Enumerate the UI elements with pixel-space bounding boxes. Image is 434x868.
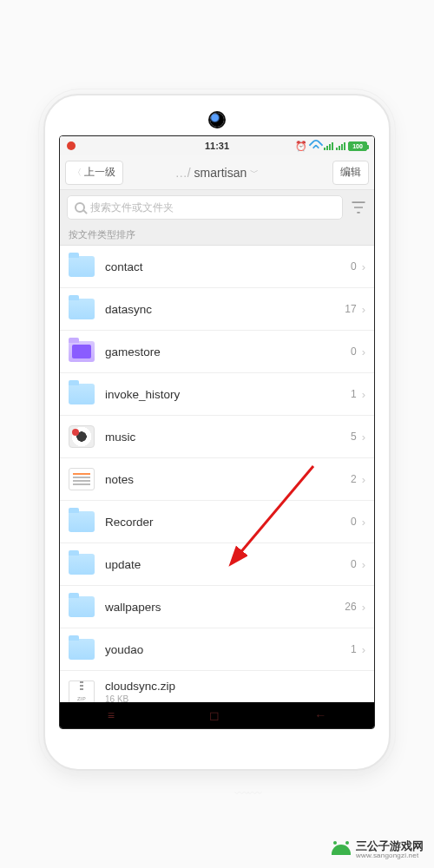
item-meta: 0› [351,260,365,273]
music-icon [69,425,95,448]
watermark-en: www.sangongzi.net [356,852,424,859]
battery-icon: 100 [348,141,367,151]
list-item[interactable]: music5› [60,416,374,458]
item-name: contact [105,260,143,273]
wifi-icon [310,141,321,150]
list-item[interactable]: invoke_history1› [60,373,374,416]
item-name: cloudsync.zip16 KB [105,680,175,702]
screen: 11:31 ⏰ 100 〈 上一级 …/ smartisan ﹀ 编辑 [59,135,375,729]
chevron-right-icon: › [362,431,365,444]
item-name: Recorder [105,516,154,529]
list-item[interactable]: Recorder0› [60,501,374,543]
item-count: 0 [351,558,357,570]
alarm-icon: ⏰ [295,141,307,152]
soft-keys: ≡ ◻ ← [60,702,374,728]
watermark-cn: 三公子游戏网 [356,840,424,852]
folder-icon [69,554,95,575]
item-name: wallpapers [105,601,161,614]
search-placeholder: 搜索文件或文件夹 [90,201,174,215]
folder-icon [69,341,95,362]
item-meta: 0› [351,516,365,529]
file-list[interactable]: contact0›datasync17›gamestore0›invoke_hi… [60,246,374,702]
watermark: 三公子游戏网 www.sangongzi.net [332,840,424,859]
item-meta: 1› [351,643,365,656]
folder-icon [69,511,95,532]
folder-icon [69,596,95,617]
filter-button[interactable] [350,199,367,216]
item-meta: 5› [351,431,365,444]
item-name: update [105,558,141,571]
edit-button[interactable]: 编辑 [332,161,369,185]
search-row: 搜索文件或文件夹 [60,190,374,225]
item-meta: 0› [351,345,365,358]
folder-icon [69,639,95,660]
item-count: 0 [351,260,357,273]
list-item[interactable]: gamestore0› [60,331,374,373]
chevron-right-icon: › [362,601,365,614]
item-subtext: 16 KB [105,694,175,702]
status-bar: 11:31 ⏰ 100 [60,136,374,155]
item-name: notes [105,473,134,486]
item-meta: 0› [351,558,365,571]
list-item[interactable]: datasync17› [60,288,374,331]
breadcrumb[interactable]: …/ smartisan ﹀ [175,166,260,180]
notes-icon [69,468,95,490]
item-count: 0 [351,516,357,528]
item-meta: 26› [345,601,365,614]
item-count: 2 [351,473,357,485]
decorative-squiggle: ﹏﹏ [234,778,260,799]
item-count: 0 [351,345,357,358]
item-count: 5 [351,431,357,443]
back-label: 上一级 [84,165,115,180]
chevron-right-icon: › [362,473,365,486]
back-button[interactable]: 〈 上一级 [65,161,123,185]
chevron-right-icon: › [362,260,365,273]
zip-icon: ZIP [69,681,95,702]
edit-label: 编辑 [340,165,361,180]
status-time: 11:31 [205,141,229,151]
list-item[interactable]: notes2› [60,458,374,501]
item-meta: 17› [345,303,365,316]
search-input[interactable]: 搜索文件或文件夹 [67,195,343,220]
item-count: 1 [351,643,357,655]
watermark-logo-icon [332,845,351,855]
list-item[interactable]: wallpapers26› [60,586,374,628]
item-name: youdao [105,643,143,656]
signal-1-icon [324,142,333,150]
chevron-right-icon: › [362,516,365,529]
recording-indicator-icon [67,141,76,150]
path-prefix: …/ [175,166,191,180]
folder-icon [69,299,95,319]
chevron-right-icon: › [362,643,365,656]
filter-icon [350,199,367,216]
item-name: music [105,431,135,444]
item-count: 1 [351,388,357,400]
search-icon [75,202,85,213]
chevron-right-icon: › [362,558,365,571]
sort-label: 按文件类型排序 [60,225,374,246]
phone-frame: 11:31 ⏰ 100 〈 上一级 …/ smartisan ﹀ 编辑 [43,94,391,771]
nav-bar: 〈 上一级 …/ smartisan ﹀ 编辑 [60,155,374,190]
item-meta: 1› [351,388,365,401]
list-item[interactable]: contact0› [60,246,374,288]
folder-icon [69,384,95,404]
front-camera [210,113,224,127]
item-count: 17 [345,303,356,315]
chevron-right-icon: › [362,388,365,401]
chevron-left-icon: 〈 [73,167,82,179]
item-name: invoke_history [105,388,180,401]
item-name: datasync [105,303,152,316]
current-folder: smartisan [194,166,247,180]
chevron-right-icon: › [362,345,365,358]
signal-2-icon [336,142,345,150]
chevron-right-icon: › [362,303,365,316]
list-item[interactable]: youdao1› [60,628,374,671]
list-item[interactable]: ZIPcloudsync.zip16 KB [60,671,374,702]
home-key[interactable]: ◻ [209,708,220,722]
list-item[interactable]: update0› [60,543,374,586]
chevron-down-icon: ﹀ [250,167,259,179]
item-count: 26 [345,601,356,613]
back-key[interactable]: ← [314,708,326,722]
folder-icon [69,256,95,277]
menu-key[interactable]: ≡ [108,708,115,722]
